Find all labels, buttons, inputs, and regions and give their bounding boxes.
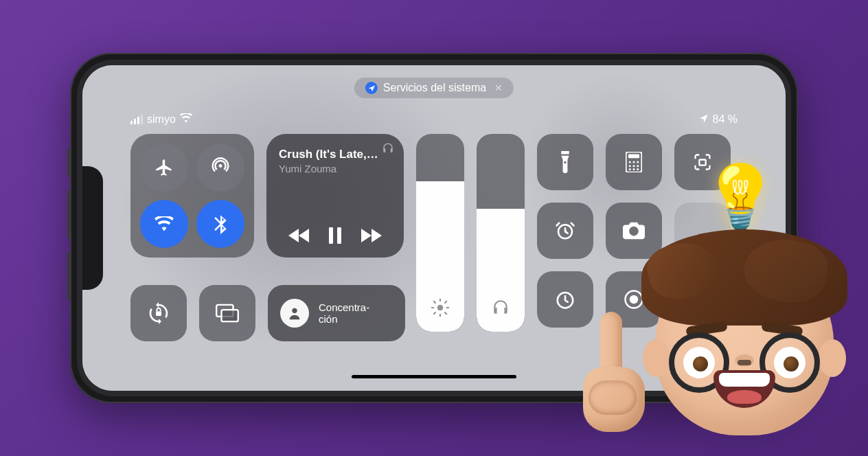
svg-point-2 xyxy=(437,305,444,311)
svg-point-10 xyxy=(637,165,639,167)
brightness-slider[interactable] xyxy=(416,134,464,332)
svg-point-8 xyxy=(629,165,631,167)
flashlight-icon xyxy=(558,151,572,173)
pill-close-icon[interactable]: ✕ xyxy=(494,82,503,93)
next-button[interactable] xyxy=(361,229,382,245)
headphones-icon xyxy=(492,299,510,319)
bluetooth-toggle[interactable] xyxy=(196,200,244,248)
audio-output-icon[interactable] xyxy=(382,142,394,157)
volume-slider[interactable] xyxy=(477,134,525,332)
media-title: Crush (It's Late,… xyxy=(279,148,391,161)
focus-person-icon xyxy=(280,299,309,328)
screen-mirroring-tile[interactable] xyxy=(199,285,255,341)
svg-rect-1 xyxy=(337,227,341,244)
antenna-icon xyxy=(210,157,231,178)
timer-icon xyxy=(555,289,575,310)
previous-button[interactable] xyxy=(288,229,309,245)
volume-up-physical xyxy=(67,190,70,238)
forward-icon xyxy=(361,229,382,242)
alarm-icon xyxy=(555,220,575,241)
svg-rect-21 xyxy=(222,310,238,321)
status-bar: simyo 84 % xyxy=(130,113,738,126)
pause-button[interactable] xyxy=(329,227,341,247)
pause-icon xyxy=(329,227,341,244)
connectivity-tile[interactable] xyxy=(130,134,254,258)
signal-icon xyxy=(130,115,143,124)
wifi-icon xyxy=(155,216,174,231)
rewind-icon xyxy=(288,229,309,242)
svg-rect-0 xyxy=(329,227,333,244)
memoji-overlay: 💡 xyxy=(600,174,861,456)
svg-point-7 xyxy=(637,161,639,163)
orientation-lock-icon xyxy=(148,302,170,324)
brightness-icon xyxy=(431,299,449,319)
location-indicator-icon xyxy=(699,113,709,126)
svg-point-22 xyxy=(292,308,297,313)
svg-rect-4 xyxy=(628,154,639,158)
battery-label: 84 % xyxy=(713,113,738,126)
volume-down-physical xyxy=(67,252,70,300)
flashlight-tile[interactable] xyxy=(537,134,593,190)
orientation-lock-tile[interactable] xyxy=(130,285,187,341)
wifi-status-icon xyxy=(180,113,192,126)
media-tile[interactable]: Crush (It's Late,… Yumi Zouma xyxy=(266,134,404,258)
home-indicator[interactable] xyxy=(352,375,516,378)
focus-tile[interactable]: Concentra- ción xyxy=(268,285,405,341)
cellular-toggle[interactable] xyxy=(196,144,244,192)
airplane-toggle[interactable] xyxy=(140,144,188,192)
timer-tile[interactable] xyxy=(537,271,593,328)
system-services-pill[interactable]: Servicios del sistema ✕ xyxy=(354,78,514,98)
svg-rect-19 xyxy=(156,311,161,316)
svg-point-5 xyxy=(629,161,631,163)
carrier-label: simyo xyxy=(147,113,176,126)
focus-label: Concentra- ción xyxy=(319,301,369,326)
notch xyxy=(82,166,103,290)
airplane-icon xyxy=(155,158,174,177)
media-artist: Yumi Zouma xyxy=(279,163,391,174)
calculator-icon xyxy=(626,152,642,172)
wifi-toggle[interactable] xyxy=(140,200,188,248)
lightbulb-icon: 💡 xyxy=(702,161,779,233)
location-arrow-icon xyxy=(365,82,378,94)
svg-point-12 xyxy=(633,168,635,170)
svg-point-6 xyxy=(633,161,635,163)
pill-label: Servicios del sistema xyxy=(383,82,486,94)
alarm-tile[interactable] xyxy=(537,203,593,259)
bluetooth-icon xyxy=(214,214,227,234)
svg-point-9 xyxy=(633,165,635,167)
svg-point-13 xyxy=(637,168,639,170)
mute-switch xyxy=(67,149,70,176)
svg-point-11 xyxy=(629,168,631,170)
screen-mirroring-icon xyxy=(216,304,239,323)
